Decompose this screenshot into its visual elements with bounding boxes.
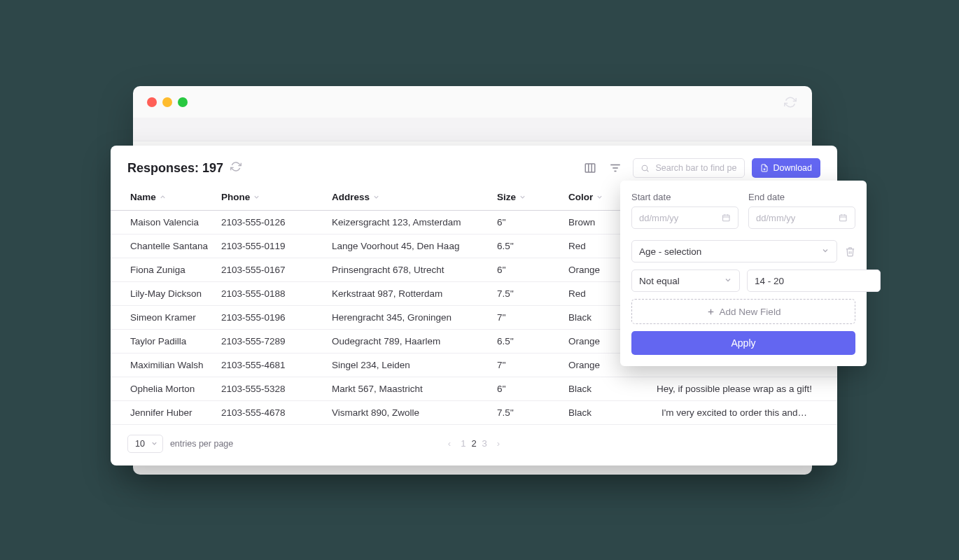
prev-page-button[interactable]: ‹ <box>448 438 451 449</box>
maximize-window-button[interactable] <box>178 97 188 107</box>
filter-field-value: Age - selection <box>639 246 701 257</box>
minimize-window-button[interactable] <box>162 97 172 107</box>
col-address[interactable]: Address <box>326 185 491 210</box>
table-row[interactable]: Ophelia Morton2103-555-5328Markt 567, Ma… <box>111 377 837 400</box>
cell-size: 6.5'' <box>491 234 563 258</box>
apply-button[interactable]: Apply <box>631 331 855 355</box>
cell-addr: Vismarkt 890, Zwolle <box>326 400 491 424</box>
trash-icon <box>845 246 855 257</box>
cell-phone: 2103-555-4681 <box>216 353 326 377</box>
cell-msg: I'm very excited to order this and… <box>631 400 837 424</box>
cell-size: 7'' <box>491 305 563 329</box>
chevron-down-icon <box>150 440 158 447</box>
cell-phone: 2103-555-0188 <box>216 281 326 305</box>
cell-name: Simeon Kramer <box>111 305 216 329</box>
cell-addr: Prinsengracht 678, Utrecht <box>326 258 491 281</box>
cell-phone: 2103-555-0196 <box>216 305 326 329</box>
chevron-down-icon <box>821 246 830 257</box>
cell-size: 7'' <box>491 353 563 377</box>
cell-name: Jennifer Huber <box>111 400 216 424</box>
cell-size: 6'' <box>491 258 563 281</box>
refresh-button[interactable] <box>230 161 241 175</box>
filter-operator-select[interactable]: Not equal <box>631 270 740 292</box>
filter-popover: Start date End date Age - selection Not … <box>620 181 867 366</box>
page-1[interactable]: 1 <box>461 438 465 449</box>
cell-phone: 2103-555-5328 <box>216 377 326 400</box>
col-phone[interactable]: Phone <box>216 185 326 210</box>
page-3[interactable]: 3 <box>482 438 487 449</box>
browser-tabstrip <box>133 118 812 141</box>
cell-size: 6'' <box>491 210 563 234</box>
svg-rect-0 <box>586 164 596 172</box>
cell-addr: Keizersgracht 123, Amsterdam <box>326 210 491 234</box>
start-date-field[interactable] <box>639 213 722 223</box>
start-date-label: Start date <box>631 192 738 202</box>
cell-size: 7.5'' <box>491 400 563 424</box>
cell-addr: Herengracht 345, Groningen <box>326 305 491 329</box>
title-prefix: Responses: <box>127 161 202 175</box>
end-date-field[interactable] <box>756 213 839 223</box>
perpage-select[interactable]: 10 <box>127 435 163 453</box>
cell-name: Maximilian Walsh <box>111 353 216 377</box>
cell-phone: 2103-555-0126 <box>216 210 326 234</box>
chevron-down-icon <box>596 192 603 203</box>
table-footer: 10 entries per page ‹ 123 › <box>111 425 837 453</box>
col-name[interactable]: Name <box>111 185 216 210</box>
cell-name: Maison Valencia <box>111 210 216 234</box>
svg-rect-13 <box>840 215 846 220</box>
calendar-icon <box>839 213 848 223</box>
cell-phone: 2103-555-4678 <box>216 400 326 424</box>
end-date-label: End date <box>748 192 855 202</box>
download-label: Download <box>773 163 812 173</box>
cell-color: Black <box>563 377 631 400</box>
svg-line-7 <box>647 169 648 171</box>
download-icon <box>760 164 769 172</box>
browser-titlebar <box>133 86 812 118</box>
chevron-down-icon <box>724 276 732 286</box>
svg-rect-9 <box>723 215 729 220</box>
filter-button[interactable] <box>608 160 623 176</box>
cell-color: Black <box>563 400 631 424</box>
cell-name: Ophelia Morton <box>111 377 216 400</box>
sort-asc-icon <box>159 192 167 203</box>
pagination: ‹ 123 › <box>448 438 500 449</box>
cell-size: 7.5'' <box>491 281 563 305</box>
filter-field-select[interactable]: Age - selection <box>631 240 837 262</box>
chevron-down-icon <box>372 192 380 203</box>
close-window-button[interactable] <box>147 97 157 107</box>
end-date-input[interactable] <box>748 206 855 229</box>
plus-icon <box>706 307 715 316</box>
cell-addr: Oudegracht 789, Haarlem <box>326 329 491 353</box>
add-filter-label: Add New Field <box>720 307 781 317</box>
delete-filter-button[interactable] <box>844 246 855 257</box>
apply-label: Apply <box>731 337 755 349</box>
page-2[interactable]: 2 <box>471 438 476 449</box>
cell-phone: 2103-555-0119 <box>216 234 326 258</box>
cell-size: 6.5'' <box>491 329 563 353</box>
sync-icon <box>784 96 797 111</box>
cell-phone: 2103-555-7289 <box>216 329 326 353</box>
col-size[interactable]: Size <box>491 185 563 210</box>
svg-point-6 <box>643 165 648 171</box>
add-filter-button[interactable]: Add New Field <box>631 299 855 324</box>
search-input[interactable] <box>655 163 737 173</box>
cell-addr: Singel 234, Leiden <box>326 353 491 377</box>
search-input-wrapper[interactable] <box>633 158 745 178</box>
table-row[interactable]: Jennifer Huber2103-555-4678Vismarkt 890,… <box>111 400 837 424</box>
cell-msg: Hey, if possible please wrap as a gift! <box>631 377 837 400</box>
cell-addr: Markt 567, Maastricht <box>326 377 491 400</box>
next-page-button[interactable]: › <box>497 438 500 449</box>
download-button[interactable]: Download <box>752 158 820 178</box>
cell-name: Chantelle Santana <box>111 234 216 258</box>
cell-size: 6'' <box>491 377 563 400</box>
filter-value-input[interactable] <box>747 270 881 292</box>
cell-phone: 2103-555-0167 <box>216 258 326 281</box>
perpage-label: entries per page <box>170 439 233 449</box>
chevron-down-icon <box>519 192 526 203</box>
filter-operator-value: Not equal <box>639 276 680 286</box>
start-date-input[interactable] <box>631 206 738 229</box>
page-title: Responses: 197 <box>127 161 223 176</box>
window-controls <box>147 97 188 107</box>
cell-name: Taylor Padilla <box>111 329 216 353</box>
columns-button[interactable] <box>582 160 598 176</box>
